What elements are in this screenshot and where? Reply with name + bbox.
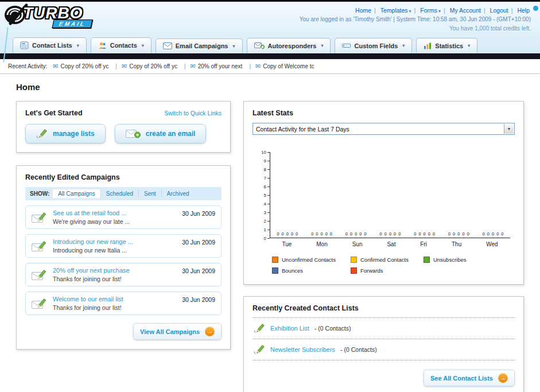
contact-list-item: Exhibition List - (0 Contacts) bbox=[252, 318, 515, 339]
create-email-button[interactable]: create an email bbox=[115, 124, 207, 143]
tab-contacts[interactable]: Contacts ▾ bbox=[91, 37, 151, 53]
filter-scheduled[interactable]: Scheduled bbox=[101, 189, 139, 198]
campaign-date: 30 Jun 2009 bbox=[182, 238, 215, 246]
bar-value-label: 0 bbox=[394, 231, 396, 236]
chart-bar-group: 00000 bbox=[345, 231, 367, 236]
main-content: Home Let's Get Started Switch to Quick L… bbox=[0, 74, 540, 392]
button-label: View All Campaigns bbox=[140, 328, 200, 335]
campaign-item: See us at the retail food ... We're givi… bbox=[25, 205, 222, 229]
email-icon: ✉ bbox=[191, 63, 196, 70]
contact-list-link[interactable]: Newsletter Subscribers bbox=[270, 346, 335, 353]
right-column: Latest Stats Contact Activity for the La… bbox=[243, 101, 524, 392]
link-help[interactable]: Help bbox=[517, 7, 530, 14]
chevron-down-icon: ▾ bbox=[77, 43, 79, 48]
bar-value-label: 0 bbox=[311, 231, 313, 236]
legend-swatch bbox=[272, 267, 278, 274]
bar-value-label: 0 bbox=[483, 231, 485, 236]
bar-value-label: 0 bbox=[384, 231, 387, 236]
bar-value-label: 0 bbox=[355, 231, 357, 236]
bar-value-label: 0 bbox=[487, 231, 490, 236]
tab-statistics[interactable]: Statistics ▾ bbox=[416, 38, 477, 53]
bar-value-label: 0 bbox=[433, 231, 435, 236]
recent-activity-item[interactable]: ✉Copy of 20% off yc bbox=[53, 63, 119, 70]
view-all-campaigns-button[interactable]: View All Campaigns → bbox=[133, 323, 222, 340]
separator bbox=[482, 7, 487, 14]
contact-list-link[interactable]: Exhibition List bbox=[270, 325, 309, 332]
contact-list-count: - (0 Contacts) bbox=[314, 325, 351, 332]
filter-all-campaigns[interactable]: All Campaigns bbox=[53, 189, 100, 198]
campaign-title-link[interactable]: 20% off your next purchase bbox=[53, 267, 177, 274]
chart-x-axis: TueMonSunSatFriThuWed bbox=[270, 241, 510, 247]
get-started-panel: Let's Get Started Switch to Quick Links … bbox=[16, 101, 231, 153]
header: TURBO EMAIL Home Templates▾ Forms▾ My Ac… bbox=[0, 0, 540, 59]
contact-lists-icon bbox=[20, 41, 29, 49]
dropdown-arrow-icon: ▼ bbox=[504, 124, 514, 134]
legend-label: Forwards bbox=[360, 267, 383, 274]
filter-sent[interactable]: Sent bbox=[139, 189, 162, 198]
legend-swatch bbox=[351, 257, 357, 263]
legend-item: Confirmed Contacts bbox=[351, 257, 409, 263]
bar-value-label: 0 bbox=[496, 231, 499, 236]
recent-activity-bar: Recent Activity: ✉Copy of 20% off yc ✉Co… bbox=[0, 59, 540, 74]
edit-campaign-icon bbox=[32, 269, 48, 281]
tab-custom-fields[interactable]: Custom Fields ▾ bbox=[335, 38, 412, 53]
manage-lists-button[interactable]: manage lists bbox=[25, 124, 106, 143]
custom-fields-icon bbox=[342, 42, 351, 49]
chevron-down-icon: ▾ bbox=[232, 44, 235, 49]
tab-contact-lists[interactable]: Contact Lists ▾ bbox=[13, 37, 87, 53]
show-label: SHOW: bbox=[30, 191, 49, 197]
tab-email-campaigns[interactable]: Email Campaigns ▾ bbox=[156, 38, 243, 53]
link-forms[interactable]: Forms▾ bbox=[420, 7, 441, 14]
campaign-title-link[interactable]: See us at the retail food ... bbox=[53, 209, 177, 216]
legend-swatch bbox=[351, 267, 357, 274]
contact-activity-chart: 109876543210 000000000000000000000000000… bbox=[255, 152, 510, 247]
campaign-item: 20% off your next purchase Thanks for jo… bbox=[25, 263, 222, 286]
chart-legend: Unconfirmed ContactsConfirmed ContactsUn… bbox=[272, 257, 515, 274]
arrow-right-icon: → bbox=[498, 373, 508, 383]
link-templates[interactable]: Templates▾ bbox=[380, 7, 411, 14]
separator bbox=[442, 7, 447, 14]
recent-activity-item[interactable]: ✉20% off your next bbox=[191, 63, 253, 70]
campaign-title-link[interactable]: Welcome to our email list bbox=[53, 296, 177, 302]
chevron-down-icon: ▾ bbox=[438, 9, 441, 14]
bar-value-label: 0 bbox=[296, 231, 298, 236]
latest-stats-panel: Latest Stats Contact Activity for the La… bbox=[243, 101, 524, 285]
recent-activity-item[interactable]: ✉Copy of Welcome tc bbox=[255, 63, 314, 70]
header-right: Home Templates▾ Forms▾ My Account Logout… bbox=[300, 2, 540, 36]
pencil-icon bbox=[254, 323, 265, 333]
legend-label: Confirmed Contacts bbox=[360, 257, 409, 263]
x-axis-label: Mon bbox=[316, 241, 327, 247]
stats-period-select[interactable]: Contact Activity for the Last 7 Days ▼ bbox=[252, 123, 515, 135]
bar-value-label: 0 bbox=[359, 231, 362, 236]
tab-autoresponders[interactable]: Autoresponders ▾ bbox=[247, 38, 331, 53]
bar-value-label: 0 bbox=[457, 231, 460, 236]
tab-label: Custom Fields bbox=[354, 42, 398, 49]
legend-label: Unconfirmed Contacts bbox=[282, 257, 336, 263]
chevron-down-icon: ▾ bbox=[142, 43, 144, 48]
see-all-contact-lists-button[interactable]: See All Contact Lists → bbox=[424, 370, 515, 386]
bar-value-label: 0 bbox=[389, 231, 391, 236]
edit-campaign-icon bbox=[32, 240, 48, 252]
status-dot-icon bbox=[533, 6, 538, 11]
switch-quick-links-link[interactable]: Switch to Quick Links bbox=[164, 110, 222, 117]
filter-archived[interactable]: Archived bbox=[162, 189, 195, 198]
recent-contact-lists-panel: Recently Created Contact Lists Exhibitio… bbox=[243, 296, 524, 392]
tab-label: Contact Lists bbox=[32, 42, 72, 49]
bar-value-label: 0 bbox=[277, 231, 279, 236]
link-my-account[interactable]: My Account bbox=[450, 7, 481, 14]
recent-activity-item[interactable]: ✉Copy of 20% off yc bbox=[122, 63, 188, 70]
link-logout[interactable]: Logout bbox=[490, 7, 508, 14]
campaign-title-link[interactable]: Introducing our new range ... bbox=[53, 238, 177, 245]
chart-bar-group: 00000 bbox=[277, 231, 298, 236]
x-axis-label: Tue bbox=[282, 241, 292, 247]
bar-value-label: 0 bbox=[462, 231, 464, 236]
link-home[interactable]: Home bbox=[355, 7, 371, 14]
app-logo[interactable]: TURBO EMAIL bbox=[3, 3, 92, 36]
x-axis-label: Wed bbox=[486, 241, 498, 247]
button-label: create an email bbox=[146, 130, 196, 138]
page-title: Home bbox=[16, 82, 524, 92]
link-label: Templates bbox=[380, 7, 408, 14]
arrow-right-icon: → bbox=[205, 327, 215, 336]
campaign-item: Introducing our new range ... Introducin… bbox=[25, 234, 222, 258]
bar-value-label: 0 bbox=[364, 231, 367, 236]
